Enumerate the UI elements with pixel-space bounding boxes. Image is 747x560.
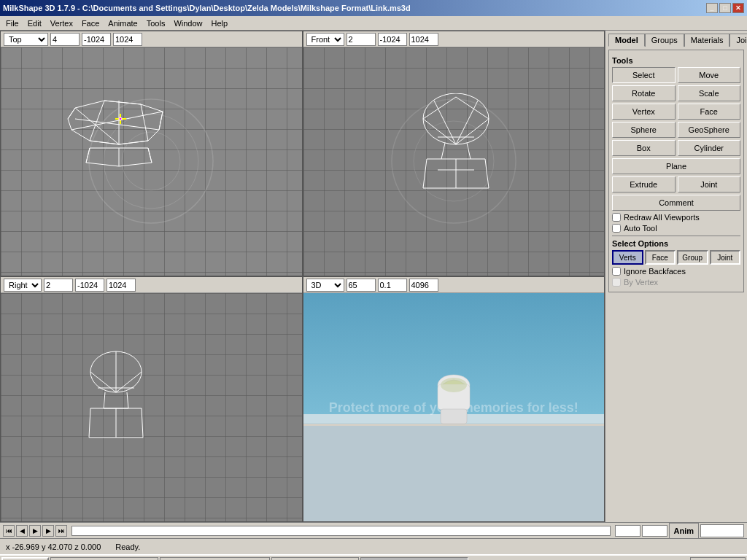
- redraw-checkbox[interactable]: [612, 213, 621, 222]
- cylinder-button[interactable]: Cylinder: [678, 140, 741, 156]
- redraw-label: Redraw All Viewports: [624, 213, 700, 222]
- select-button[interactable]: Select: [612, 67, 676, 83]
- anim-next-btn[interactable]: ▶: [42, 525, 54, 537]
- viewport-3d-near[interactable]: [378, 279, 407, 292]
- select-joint-btn[interactable]: Joint: [710, 250, 741, 265]
- select-face-btn[interactable]: Face: [645, 250, 676, 265]
- viewport-top[interactable]: TopFrontRightLeftBackBottom3D: [0, 31, 303, 276]
- redraw-checkbox-row: Redraw All Viewports: [612, 213, 740, 222]
- taskbar-item-0[interactable]: 🌐 The Hive Workshop -...: [50, 557, 158, 560]
- viewport-front-zoom[interactable]: [347, 33, 376, 46]
- tab-joints[interactable]: Joints: [729, 34, 747, 47]
- anim-extra-input[interactable]: [700, 524, 744, 537]
- menu-help[interactable]: Help: [207, 18, 233, 29]
- viewport-3d[interactable]: 3DTopFrontRight Protect more of your mem…: [303, 276, 605, 522]
- box-button[interactable]: Box: [612, 140, 676, 156]
- anim-next-end-btn[interactable]: ⏭: [55, 525, 67, 537]
- anim-main-btn[interactable]: Anim: [669, 523, 700, 539]
- 3d-model: [425, 374, 483, 441]
- vertex-button[interactable]: Vertex: [612, 104, 676, 120]
- viewport-right-range-max[interactable]: [107, 279, 136, 292]
- sphere-button[interactable]: Sphere: [612, 122, 676, 138]
- minimize-button[interactable]: _: [706, 3, 718, 13]
- taskbar-item-2[interactable]: 🖼 tutorial15 - Paint: [271, 557, 359, 560]
- svg-point-40: [392, 99, 516, 223]
- close-button[interactable]: ✕: [732, 3, 744, 13]
- viewport-3d-header: 3DTopFrontRight: [303, 277, 605, 293]
- rotate-button[interactable]: Rotate: [612, 85, 676, 101]
- move-button[interactable]: Move: [678, 67, 741, 83]
- comment-button[interactable]: Comment: [612, 195, 740, 211]
- tools-row-7: Extrude Joint: [612, 176, 740, 192]
- viewport-top-range-max[interactable]: [113, 33, 142, 46]
- anim-prev-start-btn[interactable]: ⏮: [3, 525, 15, 537]
- viewport-right-view-select[interactable]: RightTopFront3D: [4, 279, 42, 292]
- wireframe-right: [76, 350, 156, 459]
- viewport-front-range-min[interactable]: [378, 33, 407, 46]
- menu-tools[interactable]: Tools: [142, 18, 170, 29]
- viewport-top-canvas[interactable]: [1, 47, 302, 276]
- viewport-top-range-min[interactable]: [82, 33, 111, 46]
- viewport-right-zoom[interactable]: [44, 279, 73, 292]
- viewport-3d-far[interactable]: [409, 279, 438, 292]
- menu-animate[interactable]: Animate: [104, 18, 142, 29]
- tab-model[interactable]: Model: [608, 34, 645, 47]
- viewport-top-zoom[interactable]: [50, 33, 80, 46]
- svg-point-20: [104, 114, 198, 209]
- viewport-3d-fov[interactable]: [347, 279, 376, 292]
- taskbar-item-1[interactable]: 🌐 lolx222 - Photobucket...: [160, 557, 270, 560]
- menu-file[interactable]: File: [1, 18, 23, 29]
- anim-frame-total[interactable]: 100: [642, 525, 667, 537]
- viewport-front-view-select[interactable]: FrontTopRight3D: [306, 33, 344, 46]
- autotool-label: Auto Tool: [624, 224, 657, 233]
- viewport-right-canvas[interactable]: [1, 293, 302, 521]
- svg-line-48: [127, 392, 128, 408]
- joint-button[interactable]: Joint: [678, 176, 741, 192]
- tab-groups[interactable]: Groups: [645, 34, 684, 47]
- anim-frame-current[interactable]: 1.0: [615, 525, 640, 537]
- by-vertex-checkbox[interactable]: [612, 278, 621, 287]
- svg-line-14: [68, 108, 75, 119]
- viewport-front-range-max[interactable]: [409, 33, 438, 46]
- anim-play-btn[interactable]: ▶: [29, 525, 41, 537]
- viewport-front[interactable]: FrontTopRight3D: [303, 31, 605, 276]
- window-title: MilkShape 3D 1.7.9 - C:\Documents and Se…: [3, 4, 411, 12]
- viewport-right-range-min[interactable]: [75, 279, 104, 292]
- viewport-top-header: TopFrontRightLeftBackBottom3D: [1, 31, 302, 47]
- start-button[interactable]: 🪟 start: [1, 557, 49, 560]
- menu-edit[interactable]: Edit: [23, 18, 46, 29]
- taskbar-item-3[interactable]: 🔷 MilkShape 3D 1.7.9 -...: [360, 557, 468, 560]
- scale-button[interactable]: Scale: [678, 85, 741, 101]
- anim-prev-btn[interactable]: ◀: [16, 525, 28, 537]
- tools-row-3: Vertex Face: [612, 104, 740, 120]
- viewport-top-view-select[interactable]: TopFrontRightLeftBackBottom3D: [4, 33, 48, 46]
- select-group-btn[interactable]: Group: [677, 250, 708, 265]
- viewport-right[interactable]: RightTopFront3D: [0, 276, 303, 522]
- viewport-front-canvas[interactable]: [303, 47, 605, 276]
- tab-materials[interactable]: Materials: [684, 34, 730, 47]
- autotool-checkbox[interactable]: [612, 224, 621, 233]
- menu-vertex[interactable]: Vertex: [46, 18, 77, 29]
- extrude-button[interactable]: Extrude: [612, 176, 676, 192]
- menu-window[interactable]: Window: [169, 18, 206, 29]
- title-bar-controls: _ □ ✕: [706, 3, 744, 13]
- ignore-backfaces-checkbox[interactable]: [612, 267, 621, 276]
- plane-button[interactable]: Plane: [612, 158, 740, 174]
- anim-track[interactable]: [71, 526, 611, 536]
- svg-line-51: [89, 408, 90, 438]
- photobucket-watermark-top: [85, 96, 217, 228]
- viewport-3d-canvas[interactable]: Protect more of your memories for less!: [303, 293, 605, 521]
- title-bar: MilkShape 3D 1.7.9 - C:\Documents and Se…: [0, 0, 747, 16]
- status-coords: x -26.969 y 42.070 z 0.000: [6, 542, 101, 551]
- viewports-container: TopFrontRightLeftBackBottom3D: [0, 31, 605, 522]
- maximize-button[interactable]: □: [719, 3, 731, 13]
- geosphere-button[interactable]: GeoSphere: [678, 122, 741, 138]
- anim-bar: ⏮ ◀ ▶ ▶ ⏭ 1.0 100 Anim: [0, 522, 747, 538]
- menu-face[interactable]: Face: [77, 18, 104, 29]
- main-area: TopFrontRightLeftBackBottom3D: [0, 31, 747, 522]
- viewport-3d-view-select[interactable]: 3DTopFrontRight: [306, 279, 344, 292]
- svg-point-41: [414, 121, 494, 201]
- face-button[interactable]: Face: [678, 104, 741, 120]
- select-verts-btn[interactable]: Verts: [612, 250, 643, 265]
- panel-tabs: Model Groups Materials Joints: [608, 34, 744, 47]
